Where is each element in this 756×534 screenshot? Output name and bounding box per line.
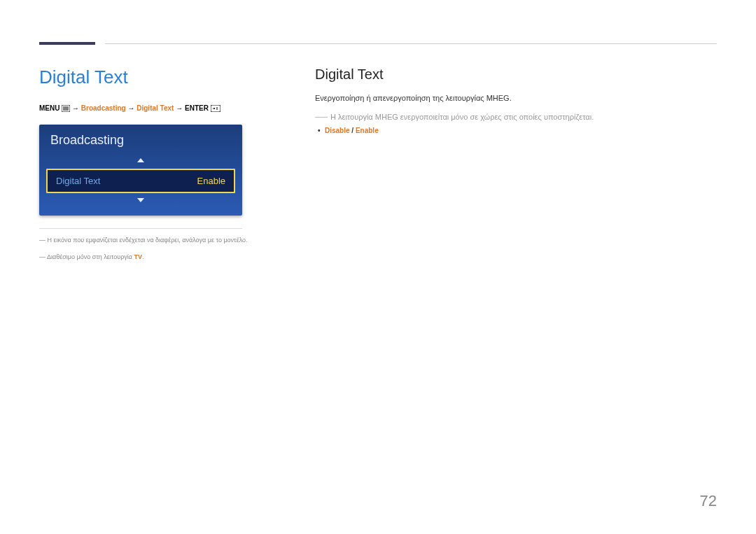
left-column: Digital Text MENU → Broadcasting → Digit…: [39, 66, 277, 262]
option-sep: /: [350, 127, 356, 134]
menu-icon: [62, 105, 70, 115]
breadcrumb-digital-text: Digital Text: [136, 104, 174, 112]
chevron-down-icon: [137, 198, 144, 202]
footnote-2: ― Διαθέσιμο μόνο στη λειτουργία TV.: [39, 253, 277, 262]
footnote-2-tv: TV: [134, 253, 143, 260]
section-title-right: Digital Text: [315, 66, 717, 83]
menu-row-value: Enable: [197, 176, 225, 186]
breadcrumb-menu: MENU: [39, 104, 59, 112]
right-note-1: Η λειτουργία MHEG ενεργοποιείται μόνο σε…: [315, 111, 717, 123]
footnote-divider: [39, 228, 242, 229]
breadcrumb-arrow-2: →: [127, 104, 134, 112]
menu-box-header: Broadcasting: [39, 125, 242, 153]
footnote-1-dash: ―: [39, 237, 48, 244]
svg-rect-4: [211, 105, 220, 112]
menu-box-row-digital-text[interactable]: Digital Text Enable: [46, 169, 235, 193]
right-note-1-text: Η λειτουργία MHEG ενεργοποιείται μόνο σε…: [330, 113, 594, 121]
footnote-2-text-a: Διαθέσιμο μόνο στη λειτουργία: [47, 253, 134, 260]
right-paragraph-1: Ενεργοποίηση ή απενεργοποίηση της λειτου…: [315, 92, 717, 104]
header-divider: [105, 43, 717, 44]
right-column: Digital Text Ενεργοποίηση ή απενεργοποίη…: [315, 66, 717, 134]
enter-icon: [211, 105, 220, 115]
header-accent-bar: [39, 42, 95, 45]
footnote-2-dash: ―: [39, 253, 47, 260]
menu-box-up[interactable]: [39, 153, 242, 169]
breadcrumb: MENU → Broadcasting → Digital Text → ENT…: [39, 104, 277, 115]
footnote-2-text-b: .: [142, 253, 144, 260]
note-dash-icon: [315, 117, 328, 118]
option-disable: Disable: [325, 127, 350, 134]
right-bullet-options: Disable / Enable: [315, 127, 717, 134]
option-enable: Enable: [356, 127, 379, 134]
breadcrumb-enter: ENTER: [185, 104, 209, 112]
chevron-up-icon: [137, 158, 144, 162]
menu-row-label: Digital Text: [56, 176, 100, 186]
section-title-left: Digital Text: [39, 66, 277, 88]
breadcrumb-arrow-3: →: [176, 104, 183, 112]
footnote-1-text: Η εικόνα που εμφανίζεται ενδέχεται να δι…: [48, 237, 248, 244]
breadcrumb-arrow-1: →: [72, 104, 79, 112]
breadcrumb-broadcasting: Broadcasting: [81, 104, 126, 112]
page-number: 72: [700, 492, 717, 510]
footnote-1: ― Η εικόνα που εμφανίζεται ενδέχεται να …: [39, 236, 277, 246]
menu-box-down[interactable]: [39, 193, 242, 209]
menu-preview-box: Broadcasting Digital Text Enable: [39, 125, 242, 216]
